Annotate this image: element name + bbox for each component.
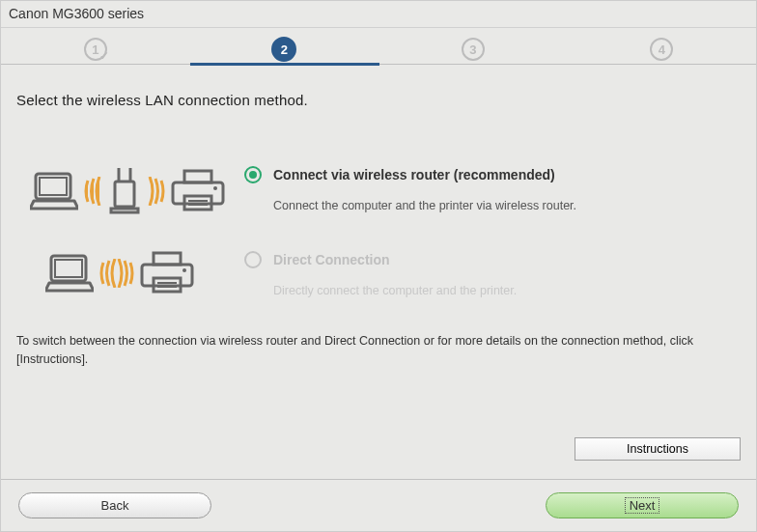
svg-rect-4 bbox=[115, 182, 134, 207]
next-button[interactable]: Next bbox=[546, 492, 739, 518]
option-1-head: Connect via wireless router (recommended… bbox=[244, 166, 741, 183]
svg-rect-14 bbox=[154, 253, 181, 265]
option-2-desc: Directly connect the computer and the pr… bbox=[273, 284, 741, 297]
router-icon bbox=[109, 166, 140, 216]
wave-icon bbox=[99, 259, 134, 288]
check-icon: ✓ bbox=[99, 49, 109, 63]
bottom-bar: Back Next bbox=[1, 479, 756, 531]
svg-rect-13 bbox=[55, 260, 82, 277]
illustration-router bbox=[16, 166, 244, 216]
step-3-circle: 3 bbox=[462, 38, 485, 61]
wave-icon bbox=[84, 177, 103, 206]
option-2-head: Direct Connection bbox=[244, 251, 741, 268]
option-1-body: Connect via wireless router (recommended… bbox=[244, 166, 741, 212]
printer-icon bbox=[171, 169, 225, 213]
step-2-circle: 2 bbox=[271, 37, 296, 62]
illustration-direct bbox=[16, 251, 244, 295]
back-button[interactable]: Back bbox=[18, 492, 211, 518]
option-2-body: Direct Connection Directly connect the c… bbox=[244, 251, 741, 297]
radio-direct-connection[interactable] bbox=[244, 251, 262, 268]
svg-rect-1 bbox=[40, 178, 67, 195]
laptop-icon bbox=[30, 170, 78, 212]
svg-rect-6 bbox=[184, 171, 211, 182]
window-title: Canon MG3600 series bbox=[9, 6, 144, 21]
option-2-title: Direct Connection bbox=[273, 252, 390, 267]
printer-icon bbox=[140, 251, 194, 295]
content-area: Select the wireless LAN connection metho… bbox=[1, 70, 756, 378]
hint-text: To switch between the connection via wir… bbox=[16, 332, 741, 369]
radio-wireless-router[interactable] bbox=[244, 166, 262, 183]
option-direct-connection[interactable]: Direct Connection Directly connect the c… bbox=[16, 251, 741, 297]
svg-rect-5 bbox=[111, 209, 138, 212]
page-heading: Select the wireless LAN connection metho… bbox=[16, 92, 741, 108]
step-4-circle: 4 bbox=[650, 38, 673, 61]
wave-icon bbox=[146, 177, 165, 206]
step-1-circle: 1 ✓ bbox=[84, 38, 107, 61]
option-1-desc: Connect the computer and the printer via… bbox=[273, 199, 741, 212]
stepper-underline-active bbox=[190, 63, 379, 66]
laptop-icon bbox=[45, 252, 94, 294]
svg-point-11 bbox=[213, 186, 217, 190]
option-wireless-router[interactable]: Connect via wireless router (recommended… bbox=[16, 166, 741, 216]
instructions-button[interactable]: Instructions bbox=[575, 437, 741, 461]
title-bar: Canon MG3600 series bbox=[1, 1, 756, 28]
svg-point-19 bbox=[182, 268, 186, 272]
option-1-title: Connect via wireless router (recommended… bbox=[273, 167, 555, 182]
